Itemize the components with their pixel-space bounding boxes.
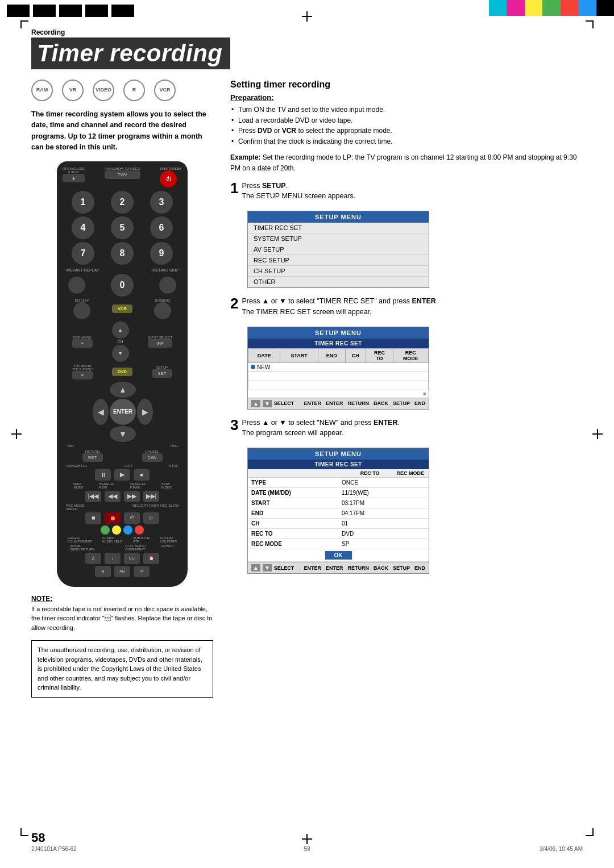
arrow-down-icon: ▼ xyxy=(263,400,272,407)
btn-play[interactable]: ▶ xyxy=(114,469,130,481)
btn-4[interactable]: 4 xyxy=(72,216,94,239)
row-rec-to: REC TO DVD xyxy=(248,529,429,539)
footer-select-label: SELECT xyxy=(274,400,294,406)
ok-cell: OK xyxy=(248,549,429,562)
btn-5[interactable]: 5 xyxy=(111,216,134,239)
btn-7[interactable]: 7 xyxy=(72,242,94,265)
btn-input-select[interactable]: INP xyxy=(148,339,172,348)
subsection-title: Preparation: xyxy=(230,93,583,102)
btn-vcr[interactable]: VCR xyxy=(112,304,132,313)
color-buttons xyxy=(63,525,182,535)
btn-power[interactable]: ⏻ xyxy=(160,170,177,187)
btn-ch-down[interactable]: ▼ xyxy=(112,345,129,362)
btn-ch-up[interactable]: ▲ xyxy=(112,322,129,339)
btn-rec[interactable]: ⏺ xyxy=(105,512,121,524)
footer-btn-back: BACK xyxy=(374,400,388,406)
menu-subheader-2: TIMER REC SET xyxy=(248,339,429,348)
btn-slow[interactable]: ▷ xyxy=(143,512,159,524)
field-start: START xyxy=(248,498,338,508)
field-type: TYPE xyxy=(248,478,338,488)
btn-top-menu[interactable]: ≡ xyxy=(72,371,93,379)
ok-button[interactable]: OK xyxy=(325,551,352,560)
value-ch: 01 xyxy=(338,519,429,529)
btn-0[interactable]: 0 xyxy=(111,274,134,297)
btn-cancel[interactable]: CAN xyxy=(142,453,163,462)
btn-dubbing[interactable] xyxy=(154,302,171,319)
footer-btn3-setup: SETUP xyxy=(393,565,410,571)
btn-9[interactable]: 9 xyxy=(150,242,173,265)
btn-left[interactable]: ◀ xyxy=(93,399,109,425)
btn-rew[interactable]: ◀◀ xyxy=(105,491,121,502)
btn-yellow[interactable] xyxy=(112,525,121,535)
copyright-box: The unauthorized recording, use, distrib… xyxy=(31,640,213,698)
step-3-number: 3 xyxy=(230,418,238,432)
row-ok: OK xyxy=(248,549,429,562)
btn-instant-replay[interactable] xyxy=(68,277,85,294)
btn-return[interactable]: RET xyxy=(82,453,103,462)
page-number: 58 xyxy=(31,831,45,845)
btn-right[interactable]: ▶ xyxy=(137,399,153,425)
btn-down[interactable]: ▼ xyxy=(110,426,136,442)
btn-display[interactable] xyxy=(73,302,90,319)
btn-angle[interactable]: ∠ xyxy=(85,553,101,564)
value-start: 03:17PM xyxy=(338,498,429,508)
btn-repeat[interactable]: ↺ xyxy=(134,566,150,577)
btn-blue[interactable] xyxy=(123,525,132,535)
col-end: END xyxy=(318,348,345,362)
misc-btns-row2: ⊕ AB ↺ xyxy=(63,566,182,577)
step-2: 2 Press ▲ or ▼ to select "TIMER REC SET"… xyxy=(230,296,583,318)
btn-prog[interactable]: TV/V xyxy=(105,170,140,179)
icon-video: VIDEO xyxy=(93,80,114,101)
menu-item-other: OTHER xyxy=(248,277,429,287)
btn-ab[interactable]: AB xyxy=(114,566,130,577)
num-grid: 1 2 3 4 5 6 7 8 9 xyxy=(65,191,180,265)
footer-select-label-3: SELECT xyxy=(274,565,294,571)
btn-stop[interactable]: ■ xyxy=(134,469,150,481)
btn-green[interactable] xyxy=(101,525,110,535)
footer-nav-3: ▲ ▼ SELECT xyxy=(251,564,294,571)
menu-subheader-3: TIMER REC SET xyxy=(248,460,429,469)
footer-btn3-back: BACK xyxy=(374,565,388,571)
note-text: If a recordable tape is not inserted or … xyxy=(31,604,213,633)
btn-dvd-menu[interactable]: ≡ xyxy=(72,339,93,348)
btn-ffwd[interactable]: ▶▶ xyxy=(124,491,140,502)
btn-red2[interactable] xyxy=(135,525,144,535)
btn-clock[interactable]: ⏰ xyxy=(143,553,159,564)
btn-dvd[interactable]: DVD xyxy=(112,368,132,376)
btn-setup[interactable]: SET xyxy=(152,369,172,378)
remote-top-row: OPEN/CLOSEEJECT ▲ PROG/NOM TV/VIDEO TV/V… xyxy=(63,167,182,187)
btn-pause[interactable]: ⏸ xyxy=(95,469,111,481)
btn-zoom[interactable]: ⊕ xyxy=(95,566,111,577)
btn-eject[interactable]: ▲ xyxy=(63,174,85,182)
btn-3[interactable]: 3 xyxy=(150,191,173,214)
footer-buttons-3: ENTER ENTER RETURN BACK SETUP END xyxy=(304,565,425,571)
btn-6[interactable]: 6 xyxy=(150,216,173,239)
arrow-up-icon-3: ▲ xyxy=(251,564,260,571)
btn-1[interactable]: 1 xyxy=(72,191,94,214)
value-date: 11/19(WE) xyxy=(338,488,429,498)
btn-subtitle[interactable]: CC xyxy=(124,553,140,564)
step-1-number: 1 xyxy=(230,181,238,195)
field-rec-to: REC TO xyxy=(248,529,338,539)
menu-header-2: SETUP MENU xyxy=(248,327,429,339)
enter-cross-container: ▲ ◀ ENTER ▶ ▼ xyxy=(63,382,182,442)
btn-instant-skip[interactable] xyxy=(159,277,176,294)
value-rec-mode: SP xyxy=(338,539,429,549)
col-rec-to: RECTO xyxy=(366,348,393,362)
btn-timer-rec[interactable]: ⏱ xyxy=(124,512,140,524)
remote-control: OPEN/CLOSEEJECT ▲ PROG/NOM TV/VIDEO TV/V… xyxy=(57,161,188,587)
row-rec-mode: REC MODE SP xyxy=(248,539,429,549)
table-row-empty2 xyxy=(248,381,429,390)
btn-up[interactable]: ▲ xyxy=(110,382,136,398)
row-type: TYPE ONCE xyxy=(248,478,429,488)
new-cell: NEW xyxy=(248,362,429,372)
btn-2[interactable]: 2 xyxy=(111,191,134,214)
btn-rec-mode[interactable]: ◼ xyxy=(85,512,101,524)
btn-8[interactable]: 8 xyxy=(111,242,134,265)
btn-audio[interactable]: ♪ xyxy=(105,553,121,564)
right-column: Setting timer recording Preparation: Tur… xyxy=(230,80,583,698)
btn-enter[interactable]: ENTER xyxy=(110,399,136,425)
btn-prev[interactable]: |◀◀ xyxy=(85,491,101,502)
step-2-number: 2 xyxy=(230,296,238,311)
btn-next[interactable]: ▶▶| xyxy=(143,491,159,502)
